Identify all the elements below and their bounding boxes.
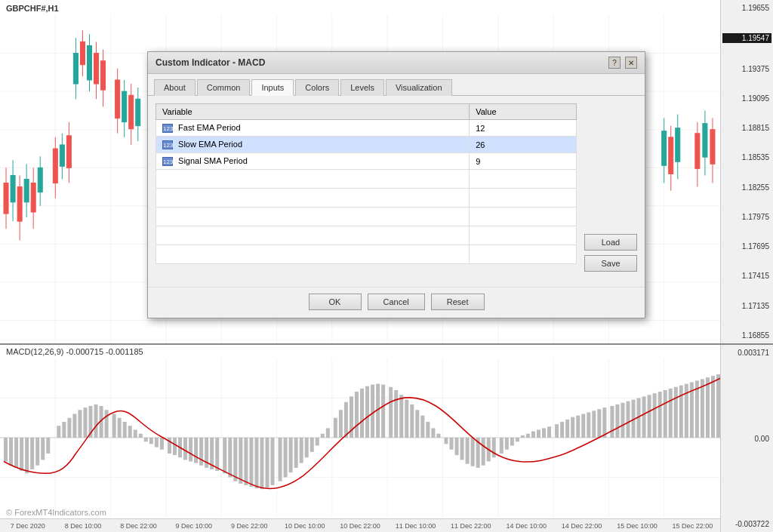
dialog-title: Custom Indicator - MACD <box>156 57 265 68</box>
variable-cell: 123 Signal SMA Period <box>156 153 470 170</box>
table-area: Variable Value 123 Fast EMA Period <box>156 103 637 272</box>
modal-overlay: Custom Indicator - MACD ? ✕ About Common… <box>0 0 773 532</box>
table-row-empty <box>156 245 577 264</box>
save-button[interactable]: Save <box>584 255 637 272</box>
dialog-controls: ? ✕ <box>608 57 637 69</box>
variable-name: Slow EMA Period <box>178 140 242 149</box>
table-row-empty <box>156 189 577 208</box>
dialog-body: Variable Value 123 Fast EMA Period <box>148 96 645 287</box>
dialog-titlebar: Custom Indicator - MACD ? ✕ <box>148 52 645 74</box>
value-cell: 26 <box>470 137 577 153</box>
variable-cell: 123 Fast EMA Period <box>156 120 470 137</box>
variable-cell: 123 Slow EMA Period <box>156 137 470 153</box>
load-button[interactable]: Load <box>584 234 637 251</box>
dialog-footer: OK Cancel Reset <box>148 287 645 318</box>
variable-name: Fast EMA Period <box>178 123 241 132</box>
indicator-dialog: Custom Indicator - MACD ? ✕ About Common… <box>147 51 645 318</box>
tab-visualization[interactable]: Visualization <box>386 79 452 96</box>
table-row[interactable]: 123 Signal SMA Period 9 <box>156 153 577 170</box>
tab-colors[interactable]: Colors <box>295 79 339 96</box>
close-button[interactable]: ✕ <box>625 57 637 69</box>
inputs-table: Variable Value 123 Fast EMA Period <box>156 103 577 264</box>
tab-inputs[interactable]: Inputs <box>251 79 294 96</box>
table-row[interactable]: 123 Fast EMA Period 12 <box>156 120 577 137</box>
column-variable: Variable <box>156 104 470 120</box>
table-row-empty <box>156 170 577 189</box>
tab-about[interactable]: About <box>154 79 196 96</box>
value-cell: 9 <box>470 153 577 170</box>
table-wrapper: Variable Value 123 Fast EMA Period <box>156 103 577 272</box>
row-icon: 123 <box>162 140 173 149</box>
column-value: Value <box>470 104 577 120</box>
row-icon: 123 <box>162 124 173 133</box>
cancel-button[interactable]: Cancel <box>368 294 425 310</box>
tab-common[interactable]: Common <box>197 79 251 96</box>
table-row[interactable]: 123 Slow EMA Period 26 <box>156 137 577 153</box>
tab-bar: About Common Inputs Colors Levels Visual… <box>148 74 645 96</box>
help-button[interactable]: ? <box>608 57 621 69</box>
tab-levels[interactable]: Levels <box>340 79 384 96</box>
row-icon: 123 <box>162 157 173 166</box>
table-row-empty <box>156 208 577 226</box>
side-button-stack: Load Save <box>584 103 637 272</box>
reset-button[interactable]: Reset <box>431 294 485 310</box>
ok-button[interactable]: OK <box>309 294 362 310</box>
chart-container: GBPCHF#,H1 <box>0 0 773 532</box>
table-row-empty <box>156 226 577 245</box>
value-cell: 12 <box>470 120 577 137</box>
variable-name: Signal SMA Period <box>178 156 248 165</box>
